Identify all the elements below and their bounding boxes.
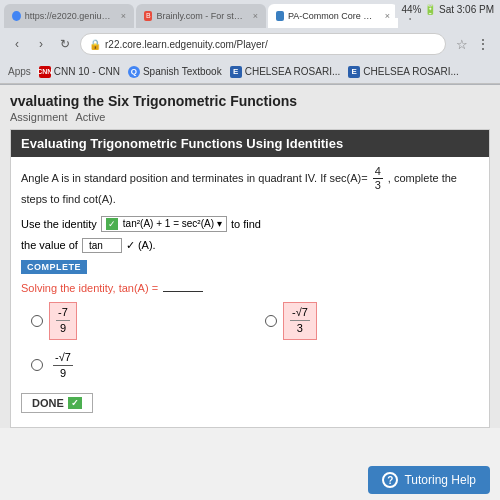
identity-row: Use the identity ✓ tan²(A) + 1 = sec²(A)… bbox=[21, 216, 479, 232]
bookmark-chelsea1[interactable]: E CHELSEA ROSARI... bbox=[230, 66, 341, 78]
value-label: the value of bbox=[21, 239, 78, 251]
tab-1[interactable]: https://e2020.geniussis... × bbox=[4, 4, 134, 28]
content-area: vvaluating the Six Trigonometric Functio… bbox=[0, 85, 500, 428]
a2-den: 3 bbox=[295, 321, 305, 336]
tab3-close[interactable]: × bbox=[385, 11, 390, 21]
section-header: Evaluating Trigonometric Functions Using… bbox=[11, 130, 489, 157]
value-input-field[interactable]: tan bbox=[82, 238, 122, 253]
address-bar: ‹ › ↻ 🔒 r22.core.learn.edgenuity.com/Pla… bbox=[0, 28, 500, 60]
value-row: the value of tan ✓ (A). bbox=[21, 238, 479, 253]
identity-check: ✓ bbox=[106, 218, 118, 230]
problem-text-1: Angle A is in standard position and term… bbox=[21, 172, 368, 184]
title-prefix: v bbox=[10, 93, 18, 109]
chelsea2-label: CHELSEA ROSARI... bbox=[363, 66, 459, 77]
complete-button[interactable]: COMPLETE bbox=[21, 260, 87, 274]
a2-num: -√7 bbox=[290, 305, 310, 321]
value-input-text: tan bbox=[89, 240, 103, 251]
tab2-favicon: B bbox=[144, 11, 152, 21]
back-button[interactable]: ‹ bbox=[8, 35, 26, 53]
menu-button[interactable]: ⋮ bbox=[474, 35, 492, 53]
bookmarks-bar: Apps CNN CNN 10 - CNN Q Spanish Textbook… bbox=[0, 60, 500, 84]
tutoring-icon-text: ? bbox=[387, 475, 393, 486]
solving-blank[interactable] bbox=[163, 291, 203, 292]
section-card: Evaluating Trigonometric Functions Using… bbox=[10, 129, 490, 428]
bookmark-cnn[interactable]: CNN CNN 10 - CNN bbox=[39, 66, 120, 78]
section-heading-text: Evaluating Trigonometric Functions Using… bbox=[21, 136, 343, 151]
tutoring-help-button[interactable]: ? Tutoring Help bbox=[368, 466, 490, 494]
frac-numerator: 4 bbox=[373, 165, 383, 179]
secure-icon: 🔒 bbox=[89, 39, 101, 50]
solving-row: Solving the identity, tan(A) = bbox=[21, 282, 479, 294]
check-label: ✓ (A). bbox=[126, 239, 156, 252]
assignment-text: Assignment bbox=[10, 111, 67, 123]
identity-suffix: to find bbox=[231, 218, 261, 230]
bookmark-star[interactable]: ☆ bbox=[456, 37, 468, 52]
done-check-icon: ✓ bbox=[68, 397, 82, 409]
page-title-section: vvaluating the Six Trigonometric Functio… bbox=[10, 93, 490, 123]
tab2-close[interactable]: × bbox=[253, 11, 258, 21]
problem-statement: Angle A is in standard position and term… bbox=[21, 165, 479, 208]
chelsea1-icon: E bbox=[230, 66, 242, 78]
radio-2[interactable] bbox=[265, 315, 277, 327]
tab1-close[interactable]: × bbox=[121, 11, 126, 21]
url-bar[interactable]: 🔒 r22.core.learn.edgenuity.com/Player/ bbox=[80, 33, 446, 55]
radio-3[interactable] bbox=[31, 359, 43, 371]
answer-options: -7 9 -√7 3 -√7 9 bbox=[21, 302, 479, 384]
a3-den: 9 bbox=[58, 366, 68, 381]
page-title-text: valuating the Six Trigonometric Function… bbox=[18, 93, 297, 109]
tutoring-label: Tutoring Help bbox=[404, 473, 476, 487]
answer-option-2[interactable]: -√7 3 bbox=[265, 302, 479, 340]
tab3-label: PA-Common Core Geome... bbox=[288, 11, 377, 21]
chelsea1-label: CHELSEA ROSARI... bbox=[245, 66, 341, 77]
cnn-icon: CNN bbox=[39, 66, 51, 78]
done-label: DONE bbox=[32, 397, 64, 409]
a1-num: -7 bbox=[56, 305, 70, 321]
tab3-favicon bbox=[276, 11, 284, 21]
tutoring-icon: ? bbox=[382, 472, 398, 488]
bookmark-chelsea2[interactable]: E CHELSEA ROSARI... bbox=[348, 66, 459, 78]
fraction-a2: -√7 3 bbox=[283, 302, 317, 340]
complete-btn-label: COMPLETE bbox=[27, 262, 81, 272]
identity-prefix: Use the identity bbox=[21, 218, 97, 230]
sec-fraction: 4 3 bbox=[373, 165, 383, 192]
fraction-a3: -√7 9 bbox=[49, 348, 77, 384]
active-status: Active bbox=[75, 111, 105, 123]
chelsea2-icon: E bbox=[348, 66, 360, 78]
search-bookmark-label: Spanish Textbook bbox=[143, 66, 222, 77]
bottom-bar: ? Tutoring Help bbox=[0, 460, 500, 500]
url-text: r22.core.learn.edgenuity.com/Player/ bbox=[105, 39, 268, 50]
tab2-label: Brainly.com - For studen... bbox=[156, 11, 244, 21]
identity-dropdown-text: tan²(A) + 1 = sec²(A) bbox=[123, 218, 214, 229]
tab1-favicon bbox=[12, 11, 21, 21]
identity-dropdown[interactable]: ✓ tan²(A) + 1 = sec²(A) ▾ bbox=[101, 216, 227, 232]
section-body: Angle A is in standard position and term… bbox=[11, 157, 489, 427]
reload-button[interactable]: ↻ bbox=[56, 35, 74, 53]
bookmark-search[interactable]: Q Spanish Textbook bbox=[128, 66, 222, 78]
answer-option-3[interactable]: -√7 9 bbox=[31, 348, 245, 384]
frac-denominator: 3 bbox=[373, 179, 383, 192]
cnn-label: CNN 10 - CNN bbox=[54, 66, 120, 77]
tab1-label: https://e2020.geniussis... bbox=[25, 11, 113, 21]
status-text: 44% 🔋 Sat 3:06 PM bbox=[401, 4, 494, 15]
tab-3[interactable]: PA-Common Core Geome... × bbox=[268, 4, 398, 28]
status-bar: 44% 🔋 Sat 3:06 PM bbox=[395, 0, 500, 18]
a3-num: -√7 bbox=[53, 350, 73, 366]
apps-label: Apps bbox=[8, 66, 31, 77]
done-button[interactable]: DONE ✓ bbox=[21, 393, 93, 413]
search-bookmark-icon: Q bbox=[128, 66, 140, 78]
forward-button[interactable]: › bbox=[32, 35, 50, 53]
radio-1[interactable] bbox=[31, 315, 43, 327]
tab-2[interactable]: B Brainly.com - For studen... × bbox=[136, 4, 266, 28]
fraction-a1: -7 9 bbox=[49, 302, 77, 340]
answer-option-1[interactable]: -7 9 bbox=[31, 302, 245, 340]
assignment-label-row: Assignment Active bbox=[10, 111, 490, 123]
dropdown-arrow: ▾ bbox=[217, 218, 222, 229]
solving-label: Solving the identity, tan(A) = bbox=[21, 282, 158, 294]
page-main-title: vvaluating the Six Trigonometric Functio… bbox=[10, 93, 490, 109]
done-row: DONE ✓ bbox=[21, 393, 479, 413]
a1-den: 9 bbox=[58, 321, 68, 336]
